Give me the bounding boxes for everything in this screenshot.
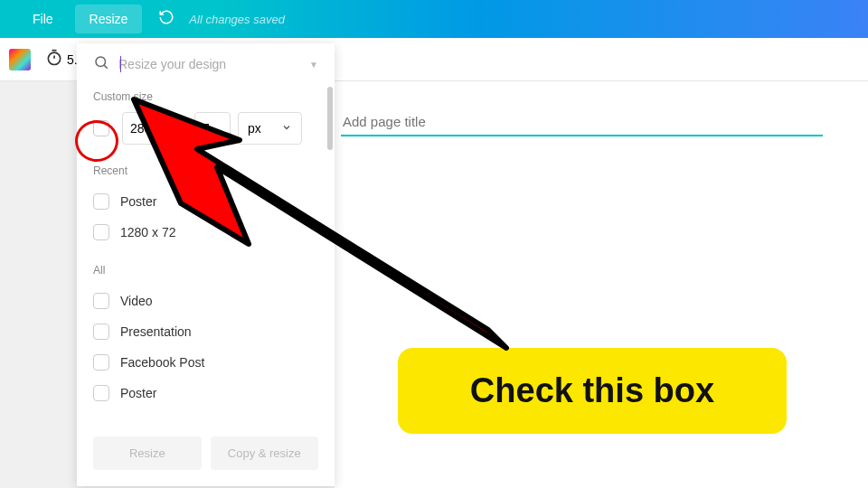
recent-option-poster[interactable]: Poster: [93, 186, 318, 217]
option-checkbox[interactable]: [93, 385, 109, 401]
unit-dropdown[interactable]: px: [238, 112, 302, 145]
file-menu[interactable]: File: [18, 5, 68, 33]
svg-point-1: [96, 57, 106, 67]
panel-button-row: Resize Copy & resize: [93, 436, 318, 470]
width-input[interactable]: [122, 112, 167, 145]
all-option-facebook-post[interactable]: Facebook Post: [93, 347, 318, 378]
scrollbar[interactable]: [327, 87, 333, 150]
svg-point-0: [48, 52, 60, 64]
option-label: Presentation: [120, 324, 192, 339]
option-checkbox[interactable]: [93, 224, 109, 240]
custom-size-controls: px: [93, 112, 318, 145]
resize-button[interactable]: Resize: [93, 436, 202, 470]
custom-size-checkbox[interactable]: [93, 120, 109, 136]
option-checkbox[interactable]: [93, 354, 109, 371]
height-input[interactable]: [194, 112, 231, 145]
annotation-callout: Check this box: [398, 348, 787, 434]
option-label: Facebook Post: [120, 355, 204, 370]
lock-icon[interactable]: [175, 120, 187, 136]
unit-value: px: [248, 121, 261, 136]
timer-value: 5.: [67, 52, 78, 67]
option-checkbox[interactable]: [93, 324, 109, 340]
svg-rect-3: [177, 126, 184, 131]
undo-icon[interactable]: [158, 9, 175, 29]
save-status: All changes saved: [189, 13, 285, 26]
option-label: Poster: [120, 194, 156, 209]
all-option-poster[interactable]: Poster: [93, 378, 318, 408]
chevron-down-icon: ▼: [309, 60, 318, 70]
recent-label: Recent: [93, 164, 318, 177]
timer-icon[interactable]: [45, 49, 63, 70]
svg-line-2: [104, 65, 107, 68]
page-title-input[interactable]: [341, 108, 823, 136]
option-checkbox[interactable]: [93, 193, 109, 210]
option-checkbox[interactable]: [93, 293, 109, 309]
option-label: Video: [120, 294, 153, 308]
all-label: All: [93, 264, 318, 277]
recent-option-dimensions[interactable]: 1280 x 72: [93, 217, 318, 248]
chevron-down-icon: [281, 121, 292, 136]
custom-size-label: Custom size: [93, 90, 318, 103]
option-label: 1280 x 72: [120, 225, 176, 239]
copy-resize-button[interactable]: Copy & resize: [211, 436, 319, 470]
resize-search-input[interactable]: [118, 57, 309, 71]
text-cursor: [120, 56, 121, 72]
resize-menu[interactable]: Resize: [75, 5, 143, 33]
search-icon: [93, 54, 109, 74]
resize-dropdown-panel: ▼ Custom size px Recent Poster 1280 x 72…: [77, 43, 335, 486]
top-menu-bar: File Resize All changes saved: [0, 0, 868, 38]
search-row: ▼: [93, 54, 318, 74]
all-option-presentation[interactable]: Presentation: [93, 316, 318, 347]
callout-text: Check this box: [470, 371, 714, 410]
all-option-video[interactable]: Video: [93, 286, 318, 316]
color-swatch-icon[interactable]: [9, 49, 31, 70]
option-label: Poster: [120, 386, 156, 400]
